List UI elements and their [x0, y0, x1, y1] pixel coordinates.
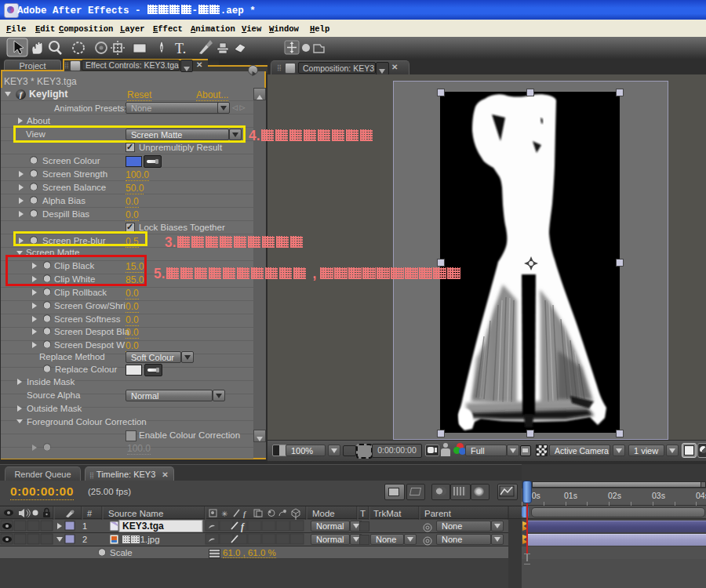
svg-text:TrkMat: TrkMat — [373, 509, 402, 518]
svg-text:T: T — [360, 509, 366, 518]
svg-text:Source Name: Source Name — [108, 509, 163, 518]
svg-text:✳: ✳ — [221, 510, 227, 518]
svg-text:Mode: Mode — [312, 509, 335, 518]
svg-text:KEY3.tga: KEY3.tga — [122, 521, 164, 532]
svg-text:2: 2 — [82, 535, 87, 544]
svg-text:T.: T. — [175, 41, 186, 56]
svg-text:1: 1 — [82, 521, 87, 531]
svg-text:f: f — [243, 510, 247, 518]
svg-text:Parent: Parent — [424, 509, 452, 518]
svg-text:#: # — [87, 509, 93, 518]
